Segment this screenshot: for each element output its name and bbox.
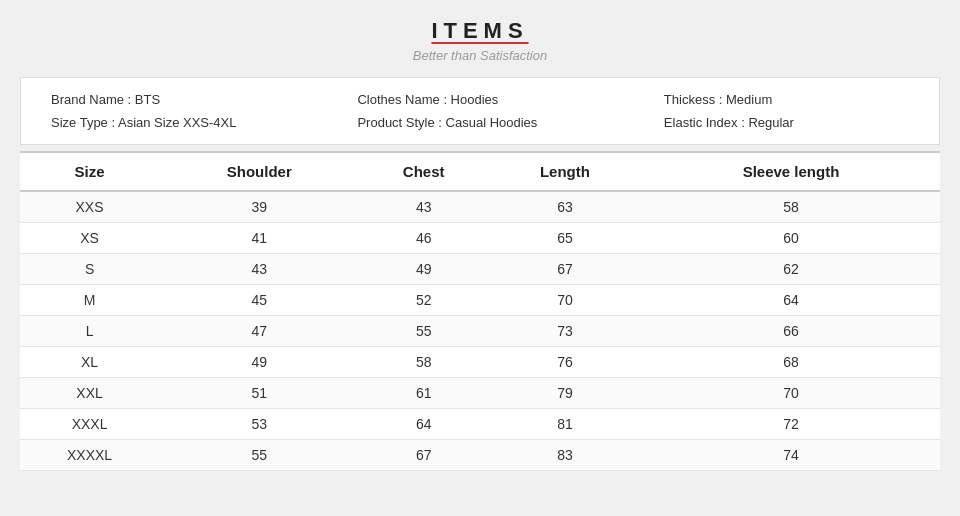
table-cell: 47 — [159, 316, 359, 347]
clothes-name: Clothes Name : Hoodies — [357, 92, 663, 107]
table-cell: 55 — [159, 440, 359, 471]
table-cell: 67 — [488, 254, 642, 285]
table-cell: 64 — [359, 409, 487, 440]
table-cell: 81 — [488, 409, 642, 440]
table-cell: 61 — [359, 378, 487, 409]
page-wrapper: ITEMS Better than Satisfaction Brand Nam… — [0, 0, 960, 516]
table-cell: 60 — [642, 223, 940, 254]
table-cell: 41 — [159, 223, 359, 254]
col-sleeve: Sleeve length — [642, 152, 940, 191]
table-cell: S — [20, 254, 159, 285]
table-cell: XXS — [20, 191, 159, 223]
table-cell: 79 — [488, 378, 642, 409]
table-cell: XS — [20, 223, 159, 254]
page-subtitle: Better than Satisfaction — [413, 48, 547, 63]
table-cell: XL — [20, 347, 159, 378]
page-title: ITEMS — [413, 18, 547, 44]
table-cell: 51 — [159, 378, 359, 409]
col-length: Length — [488, 152, 642, 191]
table-cell: 43 — [159, 254, 359, 285]
table-body: XXS39436358XS41466560S43496762M45527064L… — [20, 191, 940, 471]
table-cell: 66 — [642, 316, 940, 347]
table-cell: 70 — [488, 285, 642, 316]
table-row: M45527064 — [20, 285, 940, 316]
table-cell: 43 — [359, 191, 487, 223]
table-cell: 68 — [642, 347, 940, 378]
table-cell: 62 — [642, 254, 940, 285]
table-cell: 49 — [359, 254, 487, 285]
table-cell: 58 — [642, 191, 940, 223]
table-cell: XXXL — [20, 409, 159, 440]
table-row: XL49587668 — [20, 347, 940, 378]
table-row: XXXXL55678374 — [20, 440, 940, 471]
col-shoulder: Shoulder — [159, 152, 359, 191]
table-cell: 74 — [642, 440, 940, 471]
table-cell: 55 — [359, 316, 487, 347]
table-row: L47557366 — [20, 316, 940, 347]
table-row: XXXL53648172 — [20, 409, 940, 440]
col-size: Size — [20, 152, 159, 191]
size-table: Size Shoulder Chest Length Sleeve length… — [20, 151, 940, 471]
table-cell: 64 — [642, 285, 940, 316]
header-section: ITEMS Better than Satisfaction — [413, 18, 547, 63]
table-row: S43496762 — [20, 254, 940, 285]
table-row: XXL51617970 — [20, 378, 940, 409]
table-cell: 45 — [159, 285, 359, 316]
product-style: Product Style : Casual Hoodies — [357, 115, 663, 130]
table-cell: 63 — [488, 191, 642, 223]
table-header-row: Size Shoulder Chest Length Sleeve length — [20, 152, 940, 191]
table-cell: 70 — [642, 378, 940, 409]
table-cell: 46 — [359, 223, 487, 254]
table-cell: XXL — [20, 378, 159, 409]
info-row-2: Size Type : Asian Size XXS-4XL Product S… — [51, 115, 909, 130]
table-cell: 73 — [488, 316, 642, 347]
table-cell: 72 — [642, 409, 940, 440]
table-cell: 83 — [488, 440, 642, 471]
table-cell: 53 — [159, 409, 359, 440]
elastic-index: Elastic Index : Regular — [664, 115, 909, 130]
info-row-1: Brand Name : BTS Clothes Name : Hoodies … — [51, 92, 909, 107]
table-row: XS41466560 — [20, 223, 940, 254]
table-cell: 52 — [359, 285, 487, 316]
table-cell: 76 — [488, 347, 642, 378]
col-chest: Chest — [359, 152, 487, 191]
info-section: Brand Name : BTS Clothes Name : Hoodies … — [20, 77, 940, 145]
table-cell: 67 — [359, 440, 487, 471]
table-cell: L — [20, 316, 159, 347]
table-cell: M — [20, 285, 159, 316]
table-cell: 65 — [488, 223, 642, 254]
table-cell: XXXXL — [20, 440, 159, 471]
table-cell: 58 — [359, 347, 487, 378]
table-wrapper: Size Shoulder Chest Length Sleeve length… — [20, 151, 940, 471]
brand-name: Brand Name : BTS — [51, 92, 357, 107]
table-cell: 39 — [159, 191, 359, 223]
table-row: XXS39436358 — [20, 191, 940, 223]
thickness: Thickess : Medium — [664, 92, 909, 107]
table-cell: 49 — [159, 347, 359, 378]
size-type: Size Type : Asian Size XXS-4XL — [51, 115, 357, 130]
